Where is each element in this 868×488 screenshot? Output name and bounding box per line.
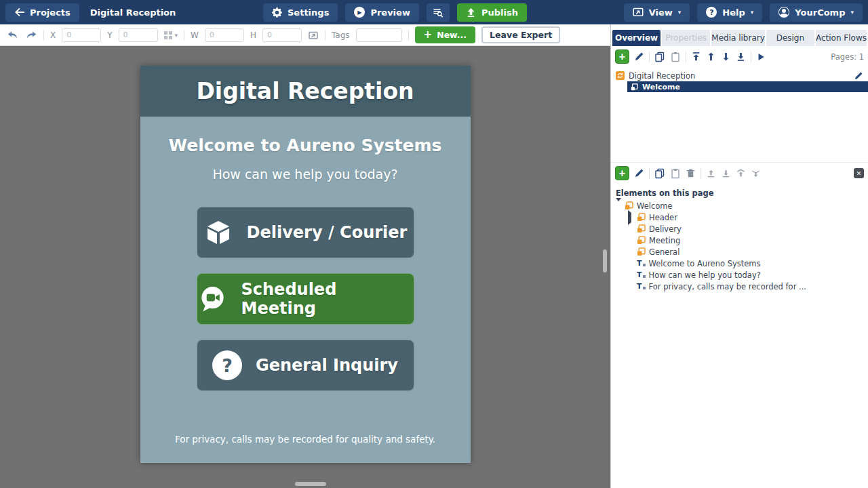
element-item-privacy-text[interactable]: T For privacy, calls may be recorded for… [611,281,868,292]
elements-tree: Welcome Header Delivery Meeting General … [611,200,868,292]
kiosk-button-label: General Inquiry [256,356,398,375]
divider [751,52,751,62]
kiosk-header[interactable]: Digital Reception [140,66,471,117]
copy-page-button[interactable] [654,52,665,62]
chevron-right-icon[interactable] [628,213,633,222]
general-inquiry-button[interactable]: ? General Inquiry [197,340,414,391]
chevron-down-icon: ▾ [850,9,854,16]
element-item-welcome[interactable]: Welcome [611,200,868,211]
element-item-help-text[interactable]: T How can we help you today? [611,269,868,281]
lower-layer-button[interactable] [721,168,731,178]
add-page-button[interactable]: + [615,49,629,64]
move-page-down-button[interactable] [721,52,731,62]
bring-front-button[interactable] [736,168,746,178]
element-label: How can we help you today? [649,270,761,280]
move-page-top-button[interactable] [691,52,701,62]
y-input[interactable] [119,28,158,42]
element-item-header[interactable]: Header [611,211,868,223]
question-icon: ? [212,350,242,380]
clear-selection-button[interactable]: ✕ [854,168,864,178]
x-input[interactable] [62,28,101,42]
tree-item-page-welcome[interactable]: Welcome [627,81,868,92]
horizontal-scrollbar-thumb[interactable] [295,482,326,486]
pencil-icon [854,71,863,81]
elements-heading: Elements on this page [611,184,868,200]
edit-page-button[interactable] [634,52,644,62]
element-item-welcome-text[interactable]: T Welcome to Aureno Systems [611,258,868,269]
settings-button[interactable]: Settings [263,3,338,22]
copy-element-button[interactable] [654,168,665,179]
anchor-point-selector[interactable]: ▾ [164,31,178,39]
publish-button[interactable]: Publish [457,3,527,22]
redo-button[interactable] [25,30,37,40]
plus-icon: + [424,30,433,40]
divider [184,30,184,41]
back-to-projects-button[interactable]: Projects [5,3,79,22]
divider [649,168,650,179]
rename-project-button[interactable] [854,71,863,81]
tags-input[interactable] [356,28,402,42]
play-page-button[interactable] [756,52,766,62]
send-back-button[interactable] [751,168,761,178]
kiosk-canvas[interactable]: Digital Reception Welcome to Aureno Syst… [140,66,471,463]
help-menu-button[interactable]: ? Help ▾ [697,3,762,22]
width-input[interactable] [205,28,244,42]
element-item-general[interactable]: General [611,246,868,258]
new-element-button[interactable]: + New... [415,26,476,43]
design-workspace[interactable]: Digital Reception Welcome to Aureno Syst… [0,46,610,488]
leave-expert-button[interactable]: Leave Expert [481,26,560,43]
view-menu-button[interactable]: View ▾ [624,3,690,22]
chevron-down-icon[interactable] [616,201,621,211]
paste-page-button[interactable] [670,52,681,62]
bring-front-icon [736,168,746,178]
tab-media-library[interactable]: Media library [711,30,764,46]
text-element-icon: T [637,270,646,279]
move-top-icon [691,52,701,62]
topbar-center-actions: Settings ▶ Preview Publish [263,3,527,22]
delete-element-button[interactable] [686,168,696,178]
tab-properties[interactable]: Properties [662,30,710,46]
resize-mode-button[interactable] [308,30,319,40]
move-page-bottom-button[interactable] [736,52,746,62]
h-label: H [250,30,256,40]
divider [43,30,44,41]
element-item-meeting[interactable]: Meeting [611,235,868,246]
divider [325,30,326,41]
inspector-panel: Overview Properties Media library Design… [610,24,868,488]
chevron-down-icon: ▾ [678,9,682,16]
delivery-courier-button[interactable]: Delivery / Courier [197,207,414,258]
undo-button[interactable] [7,30,19,40]
page-icon [631,83,638,91]
text-element-icon: T [637,282,646,291]
height-input[interactable] [262,28,302,42]
account-menu-button[interactable]: YourComp ▾ [770,3,863,22]
edit-element-button[interactable] [634,168,644,178]
tab-design[interactable]: Design [766,30,814,46]
paste-element-button[interactable] [670,168,681,179]
copy-icon [654,168,665,179]
element-item-delivery[interactable]: Delivery [611,223,868,235]
raise-layer-icon [706,168,716,178]
play-icon [756,52,766,62]
w-label: W [191,30,199,40]
group-icon [637,247,646,256]
move-page-up-button[interactable] [706,52,716,62]
vertical-scrollbar-thumb[interactable] [603,249,607,272]
tab-overview[interactable]: Overview [612,30,660,46]
chevron-down-icon: ▾ [175,32,178,39]
add-element-button[interactable]: + [615,166,629,180]
scheduled-meeting-button[interactable]: Scheduled Meeting [197,273,414,325]
element-label: Welcome [637,201,673,211]
raise-layer-button[interactable] [706,168,716,178]
divider [686,52,686,62]
tab-action-flows[interactable]: Action Flows [816,30,867,46]
preview-button[interactable]: ▶ Preview [345,3,419,22]
top-bar: Projects Digital Reception Settings ▶ Pr… [0,0,868,24]
element-label: Header [649,213,677,222]
list-search-icon [433,7,443,18]
tree-item-project[interactable]: Digital Reception [611,70,868,81]
group-icon [625,201,633,210]
kiosk-body[interactable]: Welcome to Aureno Systems How can we hel… [140,117,471,463]
activity-log-button[interactable] [427,3,450,22]
x-label: X [50,30,56,40]
